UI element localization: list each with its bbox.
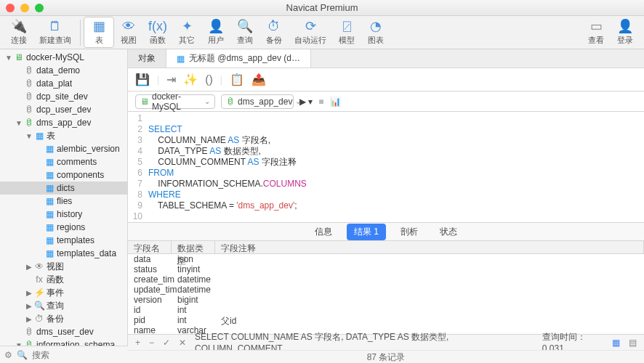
toolbar-table[interactable]: ▦ 表 bbox=[84, 17, 114, 48]
node-icon: ⏱ bbox=[33, 314, 45, 324]
tree-item[interactable]: ▶ ⚡ 事件 bbox=[0, 286, 127, 299]
brackets-icon[interactable]: () bbox=[205, 73, 213, 86]
close-icon[interactable] bbox=[6, 4, 15, 12]
col-fieldname[interactable]: 字段名 bbox=[128, 241, 172, 253]
content-tabs: 对象 ▦ 无标题 @dms_app_dev (d… bbox=[128, 49, 644, 68]
node-label: components bbox=[57, 170, 104, 180]
expand-icon[interactable]: ▶ bbox=[25, 315, 33, 323]
table-row[interactable]: status tinyint bbox=[128, 264, 644, 274]
toolbar-user[interactable]: 👤 用户 bbox=[201, 17, 230, 47]
toolbar-autorun[interactable]: ⟳ 自动运行 bbox=[289, 17, 332, 47]
tree-item[interactable]: ▶ 🔍 查询 bbox=[0, 299, 127, 312]
expand-icon[interactable]: ▶ bbox=[25, 302, 33, 310]
result-grid[interactable]: data json status tinyint create_tim date… bbox=[128, 254, 644, 334]
tree-item[interactable]: ▦ templates_data bbox=[0, 247, 127, 260]
minimize-icon[interactable] bbox=[20, 4, 29, 12]
code-area[interactable]: SELECT COLUMN_NAME AS 字段名, DATA_TYPE AS … bbox=[148, 112, 644, 222]
remove-row-icon[interactable]: − bbox=[149, 338, 154, 348]
line-gutter: 12345678910 bbox=[128, 112, 148, 222]
explain-button[interactable]: 📊 bbox=[330, 97, 341, 107]
search-input[interactable] bbox=[32, 350, 141, 360]
tree-item[interactable]: ▦ components bbox=[0, 168, 127, 182]
table-row[interactable]: version bigint bbox=[128, 295, 644, 305]
col-datatype[interactable]: 数据类型 bbox=[172, 241, 215, 253]
toolbar-other[interactable]: ✦ 其它 bbox=[172, 17, 201, 47]
expand-icon[interactable]: ▶ bbox=[25, 289, 33, 297]
form-view-icon[interactable]: ▤ bbox=[629, 338, 637, 348]
toolbar-backup[interactable]: ⏱ 备份 bbox=[259, 17, 289, 47]
tree-item[interactable]: ▦ history bbox=[0, 208, 127, 221]
toolbar-newquery[interactable]: 🗒 新建查询 bbox=[33, 17, 77, 47]
toolbar-query[interactable]: 🔍 查询 bbox=[230, 17, 259, 47]
toolbar-viewmode[interactable]: ▭ 查看 bbox=[581, 17, 611, 47]
tree-item[interactable]: 🛢 data_plat bbox=[0, 77, 127, 90]
export-icon[interactable]: 📤 bbox=[251, 73, 266, 86]
expand-icon[interactable]: ▼ bbox=[15, 119, 23, 127]
indent-icon[interactable]: ⇥ bbox=[166, 73, 176, 86]
tab-result[interactable]: 结果 1 bbox=[347, 224, 386, 240]
beautify-icon[interactable]: ✨ bbox=[183, 73, 198, 86]
db-icon: 🛢 bbox=[226, 97, 235, 107]
tree-item[interactable]: 🛢 dms_user_dev bbox=[0, 325, 127, 338]
table-row[interactable]: pid int 父id bbox=[128, 315, 644, 325]
tree-item[interactable]: ▶ 👁 视图 bbox=[0, 260, 127, 273]
db-dropdown[interactable]: 🛢 dms_app_dev ⌄ bbox=[221, 94, 294, 109]
toolbar-view[interactable]: 👁 视图 bbox=[114, 17, 143, 47]
grid-view-icon[interactable]: ▦ bbox=[612, 338, 620, 348]
sidebar-tree[interactable]: ▼ 🖥 docker-MySQL 🛢 data_demo 🛢 data_plat… bbox=[0, 49, 128, 363]
tab-status[interactable]: 状态 bbox=[432, 224, 464, 240]
tab-analyze[interactable]: 剖析 bbox=[393, 224, 425, 240]
connection-row: 🖥 docker-MySQL ⌄ 🛢 dms_app_dev ⌄ ▶ ▾ ■ 📊 bbox=[128, 91, 644, 112]
expand-icon[interactable]: ▼ bbox=[4, 54, 13, 62]
server-dropdown[interactable]: 🖥 docker-MySQL ⌄ bbox=[135, 94, 215, 109]
sql-editor[interactable]: 12345678910 SELECT COLUMN_NAME AS 字段名, D… bbox=[128, 112, 644, 222]
tree-item[interactable]: 🛢 dcp_user_dev bbox=[0, 103, 127, 116]
table-row[interactable]: create_tim datetime bbox=[128, 274, 644, 285]
backup-icon: ⏱ bbox=[265, 19, 283, 33]
tree-item[interactable]: 🛢 dcp_site_dev bbox=[0, 90, 127, 103]
maximize-icon[interactable] bbox=[35, 4, 44, 12]
tree-item[interactable]: ▼ 🛢 dms_app_dev bbox=[0, 116, 127, 129]
node-icon: ▦ bbox=[44, 144, 55, 154]
toolbar-connect[interactable]: 🔌 连接 bbox=[4, 17, 33, 47]
add-row-icon[interactable]: + bbox=[135, 338, 140, 348]
expand-icon[interactable]: ▶ bbox=[25, 263, 33, 271]
table-row[interactable]: data json bbox=[128, 254, 644, 264]
node-label: history bbox=[57, 209, 82, 219]
col-comment[interactable]: 字段注释 bbox=[215, 241, 644, 253]
tab-objects[interactable]: 对象 bbox=[128, 49, 166, 68]
cancel-icon[interactable]: ✕ bbox=[179, 338, 186, 348]
table-row[interactable]: update_tim datetime bbox=[128, 285, 644, 295]
toolbar-model[interactable]: ⍁ 模型 bbox=[332, 17, 361, 47]
tree-item[interactable]: ▼ ▦ 表 bbox=[0, 129, 127, 142]
toolbar-chart[interactable]: ◔ 图表 bbox=[361, 17, 390, 47]
tree-item[interactable]: fx 函数 bbox=[0, 273, 127, 286]
node-label: 查询 bbox=[47, 300, 64, 312]
toolbar-fx[interactable]: f(x) 函数 bbox=[143, 17, 172, 47]
stop-button[interactable]: ■ bbox=[318, 97, 323, 107]
tree-item[interactable]: ▦ regions bbox=[0, 221, 127, 234]
tree-item[interactable]: ▼ 🖥 docker-MySQL bbox=[0, 51, 127, 64]
tree-item[interactable]: ▦ flies bbox=[0, 195, 127, 208]
tab-query[interactable]: ▦ 无标题 @dms_app_dev (d… bbox=[166, 49, 311, 68]
tree-item[interactable]: ▦ comments bbox=[0, 155, 127, 168]
tree-item[interactable]: ▶ ⏱ 备份 bbox=[0, 312, 127, 325]
node-label: templates_data bbox=[57, 248, 116, 258]
status-bar: + − ✓ ✕ SELECT COLUMN_NAME AS 字段名, DATA_… bbox=[128, 334, 644, 350]
fx-icon: f(x) bbox=[149, 19, 166, 33]
apply-icon[interactable]: ✓ bbox=[163, 338, 170, 348]
run-button[interactable]: ▶ ▾ bbox=[299, 97, 313, 107]
tree-item[interactable]: 🛢 data_demo bbox=[0, 64, 127, 77]
settings-icon[interactable]: ⚙ bbox=[4, 350, 12, 360]
tree-item[interactable]: ▦ dicts bbox=[0, 182, 127, 195]
result-tabs: 信息 结果 1 剖析 状态 bbox=[128, 222, 644, 241]
save-icon[interactable]: 💾 bbox=[135, 73, 150, 86]
tab-info[interactable]: 信息 bbox=[307, 224, 339, 240]
tree-item[interactable]: ▦ templates bbox=[0, 234, 127, 247]
tree-item[interactable]: ▦ alembic_version bbox=[0, 142, 127, 155]
node-icon: 🛢 bbox=[23, 65, 35, 76]
table-row[interactable]: id int bbox=[128, 305, 644, 315]
toolbar-login[interactable]: 👤 登录 bbox=[611, 17, 640, 47]
expand-icon[interactable]: ▼ bbox=[25, 132, 33, 140]
copy-icon[interactable]: 📋 bbox=[230, 73, 244, 86]
